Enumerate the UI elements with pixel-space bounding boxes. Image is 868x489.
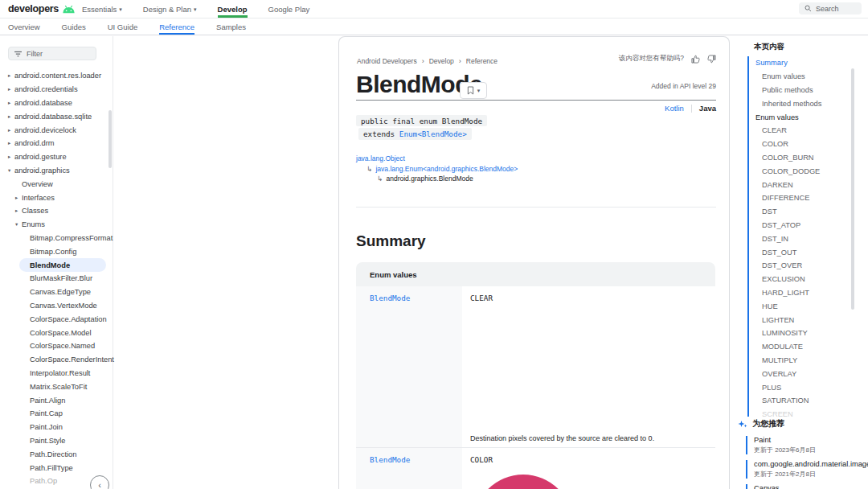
blendmode-type-link[interactable]: BlendMode bbox=[370, 294, 410, 302]
toc-link-exclusion[interactable]: EXCLUSION bbox=[755, 273, 864, 286]
toc-link-multiply[interactable]: MULTIPLY bbox=[755, 354, 864, 368]
toc-link-enum-values[interactable]: Enum values bbox=[755, 70, 864, 84]
toc-link-color-burn[interactable]: COLOR_BURN bbox=[755, 151, 864, 165]
toc-link-screen[interactable]: SCREEN bbox=[755, 408, 864, 417]
top-header: developers Essentials▾Design & Plan▾Deve… bbox=[0, 0, 868, 18]
sidebar-item-android-credentials[interactable]: ▸android.credentials bbox=[0, 83, 112, 97]
sidebar-item-blendmode[interactable]: BlendMode bbox=[19, 258, 106, 272]
sidebar-item-label: ColorSpace.Named bbox=[30, 342, 95, 350]
toc-link-hue[interactable]: HUE bbox=[755, 299, 864, 313]
sidebar-item-classes[interactable]: ▸Classes bbox=[0, 204, 112, 218]
sidebar-item-overview[interactable]: Overview bbox=[0, 177, 112, 191]
sidebar-item-paint-cap[interactable]: Paint.Cap bbox=[0, 407, 112, 421]
top-nav-item-essentials[interactable]: Essentials▾ bbox=[82, 0, 122, 18]
thumb-down-icon[interactable] bbox=[707, 55, 716, 64]
sidebar-item-path-direction[interactable]: Path.Direction bbox=[0, 447, 112, 461]
developers-logo[interactable]: developers bbox=[8, 0, 76, 18]
breadcrumb-item-develop[interactable]: Develop bbox=[429, 57, 454, 65]
chevron-right-icon: ▸ bbox=[15, 208, 22, 214]
toc-link-lighten[interactable]: LIGHTEN bbox=[755, 313, 864, 327]
toc-link-saturation[interactable]: SATURATION bbox=[755, 394, 864, 408]
sidebar-item-interpolator-result[interactable]: Interpolator.Result bbox=[0, 367, 112, 380]
sidebar-item-path-filltype[interactable]: Path.FillType bbox=[0, 461, 112, 475]
sidebar-item-interfaces[interactable]: ▸Interfaces bbox=[0, 191, 112, 204]
sidebar-item-matrix-scaletofit[interactable]: Matrix.ScaleToFit bbox=[0, 380, 112, 393]
recommended-header: 为您推荐 bbox=[738, 418, 865, 429]
top-nav-item-google-play[interactable]: Google Play bbox=[268, 0, 310, 18]
inheritance-link[interactable]: java.lang.Enum<android.graphics.BlendMod… bbox=[375, 165, 518, 173]
nav-item-label: Develop bbox=[218, 5, 248, 14]
sidebar-item-blurmaskfilter-blur[interactable]: BlurMaskFilter.Blur bbox=[0, 272, 112, 286]
subnav-item-samples[interactable]: Samples bbox=[216, 18, 246, 35]
sidebar-item-colorspace-named[interactable]: ColorSpace.Named bbox=[0, 339, 112, 353]
sidebar-item-colorspace-model[interactable]: ColorSpace.Model bbox=[0, 326, 112, 339]
toc-link-dst-atop[interactable]: DST_ATOP bbox=[755, 219, 864, 232]
subnav-item-reference[interactable]: Reference bbox=[159, 18, 194, 35]
toc-link-summary[interactable]: Summary bbox=[755, 56, 864, 70]
sidebar-item-label: Bitmap.CompressFormat bbox=[30, 234, 113, 242]
sidebar-item-android-content-res-loader[interactable]: ▸android.content.res.loader bbox=[0, 69, 112, 83]
sidebar-item-bitmap-config[interactable]: Bitmap.Config bbox=[0, 244, 112, 258]
toc-link-dst-in[interactable]: DST_IN bbox=[755, 232, 864, 245]
toc-link-dst-over[interactable]: DST_OVER bbox=[755, 259, 864, 273]
toc-link-difference[interactable]: DIFFERENCE bbox=[755, 191, 864, 205]
sidebar-item-colorspace-adaptation[interactable]: ColorSpace.Adaptation bbox=[0, 312, 112, 326]
recommended-item-canvas[interactable]: Canvas更新于 2023年4月13日 bbox=[746, 484, 865, 489]
chevron-left-icon: ‹ bbox=[98, 480, 101, 489]
lang-tab-java[interactable]: Java bbox=[699, 104, 716, 113]
toc-link-color[interactable]: COLOR bbox=[755, 138, 864, 151]
toc-link-hard-light[interactable]: HARD_LIGHT bbox=[755, 286, 864, 300]
sidebar-item-paint-style[interactable]: Paint.Style bbox=[0, 434, 112, 448]
sidebar-item-canvas-vertexmode[interactable]: Canvas.VertexMode bbox=[0, 299, 112, 313]
sidebar-item-android-gesture[interactable]: ▸android.gesture bbox=[0, 150, 112, 164]
toc-link-public-methods[interactable]: Public methods bbox=[755, 84, 864, 97]
sidebar-item-label: Paint.Cap bbox=[30, 409, 63, 417]
corner-arrow-icon: ↳ bbox=[366, 165, 374, 173]
inheritance-link[interactable]: java.lang.Object bbox=[356, 154, 405, 162]
sidebar-item-android-database[interactable]: ▸android.database bbox=[0, 97, 112, 110]
recommended-item-com-google-android-material-imageview[interactable]: com.google.android.material.imageview更新于… bbox=[746, 460, 865, 479]
sidebar-item-android-graphics[interactable]: ▾android.graphics bbox=[0, 164, 112, 178]
toc-link-clear[interactable]: CLEAR bbox=[755, 124, 864, 138]
sidebar-item-paint-join[interactable]: Paint.Join bbox=[0, 421, 112, 434]
toc-link-dst-out[interactable]: DST_OUT bbox=[755, 245, 864, 259]
sidebar-item-paint-align[interactable]: Paint.Align bbox=[0, 393, 112, 407]
sidebar-item-android-database-sqlite[interactable]: ▸android.database.sqlite bbox=[0, 109, 112, 123]
search-button[interactable]: Search bbox=[799, 2, 862, 14]
chevron-right-icon: › bbox=[422, 57, 424, 65]
breadcrumb-item-reference[interactable]: Reference bbox=[466, 57, 497, 65]
sidebar-item-enums[interactable]: ▾Enums bbox=[0, 218, 112, 232]
breadcrumb-item-android-developers[interactable]: Android Developers bbox=[357, 57, 417, 65]
subnav-item-ui-guide[interactable]: UI Guide bbox=[108, 18, 138, 35]
recommended-item-paint[interactable]: Paint更新于 2023年6月8日 bbox=[746, 436, 865, 454]
inheritance-tree: java.lang.Object↳ java.lang.Enum<android… bbox=[356, 154, 518, 184]
top-nav-item-develop[interactable]: Develop bbox=[218, 0, 248, 18]
toc-link-modulate[interactable]: MODULATE bbox=[755, 340, 864, 354]
filter-input[interactable]: Filter bbox=[8, 47, 96, 60]
subnav-item-overview[interactable]: Overview bbox=[8, 18, 40, 35]
search-label: Search bbox=[816, 5, 839, 13]
blendmode-type-link[interactable]: BlendMode bbox=[370, 455, 410, 464]
bookmark-button[interactable]: ▾ bbox=[460, 82, 487, 99]
toc-link-overlay[interactable]: OVERLAY bbox=[755, 367, 864, 380]
toc-link-dst[interactable]: DST bbox=[755, 205, 864, 219]
thumb-up-icon[interactable] bbox=[691, 55, 700, 64]
toc-scrollbar[interactable] bbox=[851, 68, 854, 310]
sidebar-item-canvas-edgetype[interactable]: Canvas.EdgeType bbox=[0, 286, 112, 299]
sidebar-item-android-devicelock[interactable]: ▸android.devicelock bbox=[0, 123, 112, 137]
enum-link[interactable]: Enum<BlendMode> bbox=[399, 129, 467, 138]
toc-link-plus[interactable]: PLUS bbox=[755, 380, 864, 394]
sidebar-item-bitmap-compressformat[interactable]: Bitmap.CompressFormat bbox=[0, 232, 112, 245]
toc-link-inherited-methods[interactable]: Inherited methods bbox=[755, 97, 864, 110]
toc-link-luminosity[interactable]: LUMINOSITY bbox=[755, 327, 864, 340]
top-nav-item-design-plan[interactable]: Design & Plan▾ bbox=[143, 0, 197, 18]
lang-tab-kotlin[interactable]: Kotlin bbox=[665, 104, 684, 113]
toc-link-darken[interactable]: DARKEN bbox=[755, 178, 864, 191]
toc-link-color-dodge[interactable]: COLOR_DODGE bbox=[755, 164, 864, 178]
enum-value-cell: COLOR bbox=[462, 448, 715, 489]
sidebar-item-colorspace-renderintent[interactable]: ColorSpace.RenderIntent bbox=[0, 353, 112, 367]
sidebar-item-android-drm[interactable]: ▸android.drm bbox=[0, 137, 112, 150]
subnav-item-guides[interactable]: Guides bbox=[62, 18, 86, 35]
sidebar-scrollbar[interactable] bbox=[108, 110, 112, 168]
collapse-nav-button[interactable]: ‹ bbox=[90, 475, 109, 489]
